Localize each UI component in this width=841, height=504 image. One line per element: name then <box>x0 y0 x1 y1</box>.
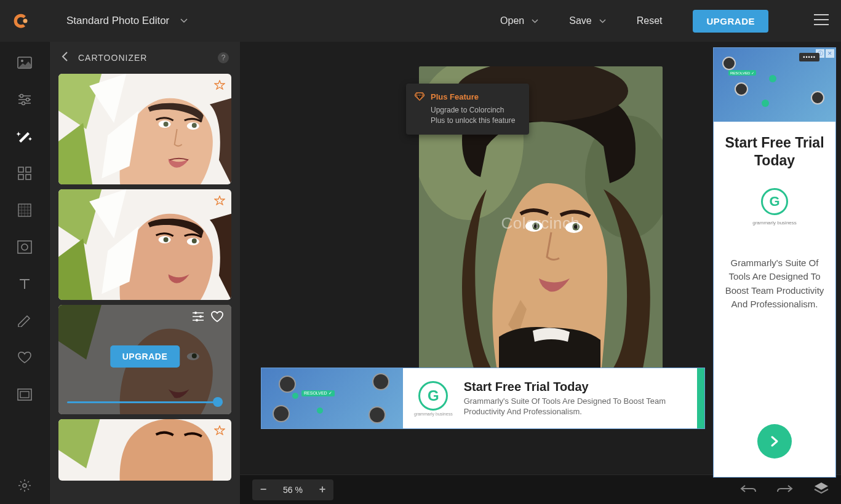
svg-point-12 <box>22 244 28 250</box>
reset-label: Reset <box>637 15 663 26</box>
svg-point-0 <box>23 19 28 23</box>
filter-upgrade-button[interactable]: UPGRADE <box>110 345 180 368</box>
panel-header: CARTOONIZER ? <box>50 42 240 74</box>
ad-sidebar-cta[interactable] <box>757 424 792 459</box>
tool-rail <box>0 42 49 504</box>
filter-card[interactable] <box>58 419 231 481</box>
hamburger-menu[interactable] <box>814 14 829 28</box>
watermark: Colorcinch <box>501 214 580 233</box>
svg-point-33 <box>196 319 198 321</box>
reset-button[interactable]: Reset <box>637 15 663 26</box>
filter-list[interactable]: UPGRADE <box>50 74 240 504</box>
premium-icon <box>214 80 225 92</box>
svg-point-15 <box>23 484 26 487</box>
save-menu[interactable]: Save <box>569 15 605 26</box>
zoom-out-button[interactable]: − <box>252 483 274 496</box>
filter-overlay-controls <box>192 311 224 325</box>
ad-banner-body: G grammarly business Start Free Trial To… <box>403 368 697 428</box>
effects-panel: CARTOONIZER ? <box>49 42 240 504</box>
premium-icon <box>214 195 225 208</box>
grammarly-logo-icon: G <box>761 188 788 215</box>
rail-adjust-icon[interactable] <box>16 91 33 108</box>
svg-point-31 <box>194 312 197 314</box>
ad-banner-graphic: RESOLVED ✓ <box>261 368 403 428</box>
ad-banner-title: Start Free Trial Today <box>464 380 686 394</box>
ad-sidebar-title: Start Free Trial Today <box>722 134 827 170</box>
svg-point-5 <box>22 102 25 105</box>
rail-image-icon[interactable] <box>16 54 33 71</box>
ad-sidebar-desc: Grammarly's Suite Of Tools Are Designed … <box>722 256 827 312</box>
rail-favorite-icon[interactable] <box>16 349 33 366</box>
adjust-icon[interactable] <box>192 311 204 325</box>
app-logo <box>12 12 30 30</box>
svg-point-32 <box>199 315 202 318</box>
rail-text-icon[interactable] <box>16 275 33 293</box>
diamond-icon <box>415 92 424 103</box>
grammarly-logo-icon: G <box>418 381 448 411</box>
upgrade-button[interactable]: UPGRADE <box>693 10 768 33</box>
rail-mask-icon[interactable] <box>16 238 33 256</box>
open-label: Open <box>500 15 524 26</box>
ad-sidebar-body: Start Free Trial Today G grammarly busin… <box>714 122 835 477</box>
tooltip-title: Plus Feature <box>431 92 519 101</box>
zoom-in-button[interactable]: + <box>311 483 333 496</box>
top-bar: Standard Photo Editor Open Save Reset UP… <box>0 0 841 42</box>
svg-point-3 <box>20 95 23 98</box>
svg-rect-14 <box>20 392 29 398</box>
back-button[interactable] <box>61 51 68 65</box>
rail-overlay-icon[interactable] <box>16 202 33 219</box>
ad-banner-cta[interactable] <box>697 368 704 428</box>
editor-mode-selector[interactable]: Standard Photo Editor <box>66 15 188 27</box>
svg-rect-6 <box>18 167 23 172</box>
panel-title: CARTOONIZER <box>78 53 147 63</box>
chevron-down-icon <box>180 18 188 23</box>
plus-feature-tooltip: Plus Feature Upgrade to Colorcinch Plus … <box>406 84 529 135</box>
bottom-bar: − 56 % + <box>240 474 841 504</box>
chevron-down-icon <box>599 19 606 23</box>
svg-rect-7 <box>26 167 31 172</box>
svg-rect-13 <box>18 389 31 400</box>
svg-point-20 <box>192 123 197 128</box>
rail-draw-icon[interactable] <box>16 312 33 329</box>
svg-point-18 <box>164 122 169 127</box>
top-actions: Open Save Reset UPGRADE <box>500 10 829 33</box>
redo-button[interactable] <box>777 484 793 496</box>
tooltip-body: Upgrade to Colorcinch Plus to unlock thi… <box>431 105 519 126</box>
zoom-controls: − 56 % + <box>252 479 333 500</box>
ad-brand-label: grammarly business <box>752 220 797 226</box>
save-label: Save <box>569 15 591 26</box>
ad-banner[interactable]: RESOLVED ✓ G grammarly business Start Fr… <box>261 368 705 429</box>
ad-sidebar[interactable]: ⓘ✕ RESOLVED ✓ ••••• Start Free Trial Tod… <box>713 47 836 478</box>
ad-banner-subtitle: Grammarly's Suite Of Tools Are Designed … <box>464 396 686 417</box>
rail-effects-icon[interactable] <box>16 128 33 145</box>
ad-brand-label: grammarly business <box>414 412 453 416</box>
ad-sidebar-header: ⓘ✕ RESOLVED ✓ ••••• <box>714 48 835 122</box>
undo-button[interactable] <box>740 484 756 496</box>
rail-frame-icon[interactable] <box>16 386 33 403</box>
ad-close-icon[interactable]: ✕ <box>826 49 834 58</box>
filter-card[interactable] <box>58 189 231 300</box>
layers-button[interactable] <box>814 482 829 498</box>
chevron-down-icon <box>532 19 538 23</box>
editor-mode-label: Standard Photo Editor <box>66 15 169 27</box>
svg-point-23 <box>164 237 169 242</box>
svg-rect-11 <box>18 241 31 253</box>
svg-rect-9 <box>26 175 31 179</box>
premium-icon <box>214 425 225 438</box>
svg-point-25 <box>192 238 197 243</box>
intensity-slider[interactable] <box>67 397 223 407</box>
svg-rect-8 <box>18 175 23 179</box>
help-icon[interactable]: ? <box>218 52 229 63</box>
filter-card-selected[interactable]: UPGRADE <box>58 305 231 414</box>
svg-point-4 <box>26 98 30 101</box>
favorite-icon[interactable] <box>210 311 224 325</box>
zoom-value: 56 % <box>274 485 311 495</box>
svg-point-2 <box>21 60 23 62</box>
slider-thumb[interactable] <box>213 397 223 407</box>
open-menu[interactable]: Open <box>500 15 538 26</box>
rail-grid-icon[interactable] <box>16 165 33 182</box>
rail-settings-icon[interactable] <box>16 477 33 494</box>
filter-card[interactable] <box>58 74 231 184</box>
